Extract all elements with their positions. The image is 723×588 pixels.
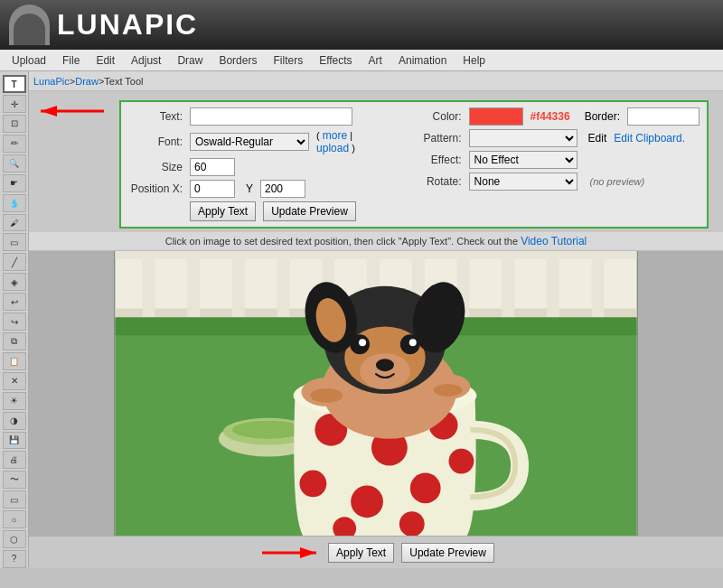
toolbar: T ✛ ⊡ ✏ 🔍 ☛ 💧 🖌 ▭ ╱ ◈ ↩ ↪ ⧉ 📋 ✕ ☀ ◑ 💾 🖨 … [0, 71, 29, 568]
tool-erase[interactable]: ▭ [3, 233, 26, 251]
effect-row: Effect: No Effect Shadow Glow [408, 151, 700, 169]
bottom-bar: Apply Text Update Preview [29, 536, 723, 568]
effect-select[interactable]: No Effect Shadow Glow [469, 151, 577, 169]
menu-upload[interactable]: Upload [5, 52, 53, 69]
content-area: LunaPic > Draw > Text Tool [29, 71, 723, 568]
svg-rect-14 [502, 251, 514, 322]
menu-filters[interactable]: Filters [266, 52, 310, 69]
color-value[interactable]: #f44336 [531, 110, 570, 123]
rotate-select[interactable]: None 90° 180° 270° [469, 173, 577, 191]
tool-hand[interactable]: ☛ [3, 174, 26, 192]
panel-top: Text: Font: Oswald-Regular Arial Times N… [128, 107, 700, 221]
tool-shapes[interactable]: ◈ [3, 273, 26, 291]
svg-point-40 [409, 339, 417, 346]
svg-rect-15 [547, 251, 559, 322]
tool-move[interactable]: ✛ [3, 95, 26, 113]
update-preview-button[interactable]: Update Preview [263, 201, 356, 221]
color-row: Color: #f44336 Border: [408, 107, 700, 126]
tool-print[interactable]: 🖨 [3, 451, 26, 469]
tool-zoom[interactable]: 🔍 [3, 154, 26, 173]
tool-pencil[interactable]: ✏ [3, 135, 26, 153]
tool-crop[interactable]: ⊡ [3, 115, 26, 133]
svg-point-21 [232, 420, 305, 438]
color-picker[interactable] [469, 107, 523, 126]
text-input[interactable] [190, 107, 352, 126]
menu-draw[interactable]: Draw [170, 52, 210, 69]
svg-rect-6 [142, 251, 155, 322]
pos-y-label: Y [246, 182, 253, 195]
apply-text-button[interactable]: Apply Text [190, 201, 256, 221]
breadcrumb-current: Text Tool [104, 76, 143, 87]
tool-help[interactable]: ? [3, 550, 26, 568]
menu-borders[interactable]: Borders [211, 52, 264, 69]
tool-paint[interactable]: 🖌 [3, 214, 26, 232]
svg-point-46 [310, 388, 343, 403]
image-svg [115, 251, 637, 536]
header: LUNAPIC [0, 0, 723, 50]
upload-link[interactable]: upload [316, 142, 349, 154]
svg-rect-7 [187, 251, 200, 322]
svg-rect-8 [232, 251, 245, 322]
menu-effects[interactable]: Effects [312, 52, 359, 69]
pattern-row: Pattern: Edit Edit Clipboard. [408, 129, 700, 147]
main-area: T ✛ ⊡ ✏ 🔍 ☛ 💧 🖌 ▭ ╱ ◈ ↩ ↪ ⧉ 📋 ✕ ☀ ◑ 💾 🖨 … [0, 71, 723, 568]
svg-rect-9 [277, 251, 290, 322]
tool-copy[interactable]: ⧉ [3, 332, 26, 350]
bottom-apply-text-button[interactable]: Apply Text [328, 543, 394, 563]
tool-circle[interactable]: ○ [3, 510, 26, 528]
tool-text[interactable]: T [3, 75, 26, 93]
rotate-row: Rotate: None 90° 180° 270° (no preview) [408, 173, 700, 191]
pos-x-input[interactable] [190, 180, 235, 198]
buttons-row: Apply Text Update Preview [128, 201, 380, 221]
pos-y-input[interactable] [260, 180, 305, 198]
svg-point-28 [410, 472, 441, 503]
tool-paste[interactable]: 📋 [3, 352, 26, 370]
red-arrow-bottom [258, 542, 321, 564]
tool-line[interactable]: ╱ [3, 253, 26, 271]
border-input[interactable] [627, 107, 700, 126]
border-label: Border: [585, 110, 620, 123]
menu-animation[interactable]: Animation [391, 52, 454, 69]
size-input[interactable] [190, 158, 235, 176]
breadcrumb-lunapic[interactable]: LunaPic [33, 76, 70, 87]
image-area[interactable] [29, 251, 723, 536]
effect-label: Effect: [408, 154, 462, 166]
tool-undo[interactable]: ↩ [3, 293, 26, 311]
svg-point-47 [434, 384, 463, 397]
canvas-image[interactable] [114, 251, 638, 536]
tool-rectangle[interactable]: ▭ [3, 490, 26, 509]
pattern-label: Pattern: [408, 132, 462, 145]
svg-point-27 [351, 485, 383, 518]
menubar: Upload File Edit Adjust Draw Borders Fil… [0, 50, 723, 71]
font-select[interactable]: Oswald-Regular Arial Times New Roman [190, 133, 309, 151]
tool-eyedrop[interactable]: 💧 [3, 194, 26, 212]
logo-text: LUNAPIC [57, 8, 198, 42]
tool-redo[interactable]: ↪ [3, 313, 26, 331]
breadcrumb-draw[interactable]: Draw [75, 76, 99, 87]
position-label: Position X: [128, 182, 183, 195]
text-row: Text: [128, 107, 380, 126]
breadcrumb: LunaPic > Draw > Text Tool [29, 71, 723, 91]
panel-right: Color: #f44336 Border: Pattern: Edit [408, 107, 700, 221]
tool-polygon[interactable]: ⬡ [3, 530, 26, 548]
svg-point-39 [359, 339, 366, 346]
menu-edit[interactable]: Edit [89, 52, 122, 69]
menu-art[interactable]: Art [362, 52, 390, 69]
svg-point-36 [376, 359, 394, 371]
menu-file[interactable]: File [55, 52, 87, 69]
tool-save[interactable]: 💾 [3, 432, 26, 450]
menu-help[interactable]: Help [455, 52, 493, 69]
font-row: Font: Oswald-Regular Arial Times New Rom… [128, 129, 380, 154]
more-link[interactable]: more [323, 129, 347, 142]
tool-contrast[interactable]: ◑ [3, 412, 26, 430]
svg-point-31 [399, 511, 425, 536]
info-bar: Click on image to set desired text posit… [29, 232, 723, 251]
pattern-select[interactable] [469, 129, 577, 147]
clipboard-link[interactable]: Edit Clipboard. [614, 132, 685, 145]
bottom-update-preview-button[interactable]: Update Preview [401, 543, 494, 563]
tool-brightness[interactable]: ☀ [3, 392, 26, 410]
tool-delete[interactable]: ✕ [3, 372, 26, 390]
menu-adjust[interactable]: Adjust [124, 52, 168, 69]
video-tutorial-link[interactable]: Video Tutorial [521, 235, 587, 247]
tool-curve[interactable]: 〜 [3, 471, 26, 489]
